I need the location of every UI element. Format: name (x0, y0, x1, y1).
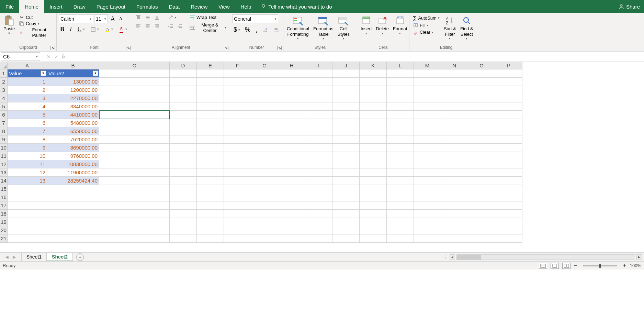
cell-C9[interactable] (99, 135, 170, 144)
cell-L13[interactable] (387, 168, 414, 177)
page-layout-view-button[interactable] (551, 263, 559, 269)
cell-N11[interactable] (441, 152, 468, 160)
cell-B18[interactable] (47, 210, 99, 218)
fx-icon[interactable]: fx (62, 54, 65, 59)
cell-C2[interactable] (99, 78, 170, 86)
column-header-D[interactable]: D (170, 62, 197, 69)
cell-K3[interactable] (360, 86, 387, 94)
hscroll-right-button[interactable]: ► (636, 254, 642, 260)
cell-D5[interactable] (170, 102, 197, 111)
align-left-button[interactable] (134, 23, 143, 30)
row-header-18[interactable]: 18 (0, 210, 8, 218)
cell-L8[interactable] (387, 127, 414, 135)
cell-J18[interactable] (332, 210, 360, 218)
cell-J20[interactable] (332, 226, 360, 234)
formula-input[interactable] (68, 52, 644, 61)
cell-P4[interactable] (495, 94, 522, 102)
cancel-icon[interactable]: ✕ (47, 54, 51, 59)
cell-G2[interactable] (251, 78, 278, 86)
cell-B11[interactable]: 9760000.00 (47, 152, 99, 160)
enter-icon[interactable]: ✓ (54, 54, 58, 59)
cell-D14[interactable] (170, 177, 197, 185)
cell-E12[interactable] (197, 160, 224, 168)
row-header-7[interactable]: 7 (0, 119, 8, 127)
font-color-button[interactable]: A▾ (117, 26, 128, 33)
cell-I16[interactable] (305, 193, 332, 201)
cell-L17[interactable] (387, 201, 414, 210)
cell-G15[interactable] (251, 185, 278, 193)
cell-O11[interactable] (468, 152, 495, 160)
cell-H4[interactable] (278, 94, 305, 102)
cell-F14[interactable] (224, 177, 251, 185)
row-header-10[interactable]: 10 (0, 144, 8, 152)
cell-E18[interactable] (197, 210, 224, 218)
cell-J9[interactable] (332, 135, 360, 144)
cell-H15[interactable] (278, 185, 305, 193)
cell-D19[interactable] (170, 218, 197, 226)
cell-B20[interactable] (47, 226, 99, 234)
format-cells-button[interactable]: Format▾ (392, 14, 408, 36)
cell-L11[interactable] (387, 152, 414, 160)
cell-N4[interactable] (441, 94, 468, 102)
column-header-K[interactable]: K (360, 62, 387, 69)
cell-P16[interactable] (495, 193, 522, 201)
cell-C20[interactable] (99, 226, 170, 234)
cut-button[interactable]: ✂ Cut (18, 14, 54, 21)
cell-H8[interactable] (278, 127, 305, 135)
cell-E6[interactable] (197, 111, 224, 119)
column-header-A[interactable]: A (8, 62, 47, 69)
align-center-button[interactable] (144, 23, 152, 30)
cell-C18[interactable] (99, 210, 170, 218)
cell-F1[interactable] (224, 69, 251, 78)
cell-H1[interactable] (278, 69, 305, 78)
underline-button[interactable]: U▾ (76, 25, 86, 34)
cell-E16[interactable] (197, 193, 224, 201)
cell-I4[interactable] (305, 94, 332, 102)
cell-D18[interactable] (170, 210, 197, 218)
cell-J17[interactable] (332, 201, 360, 210)
cell-D12[interactable] (170, 160, 197, 168)
row-header-2[interactable]: 2 (0, 78, 8, 86)
cell-I9[interactable] (305, 135, 332, 144)
cell-B19[interactable] (47, 218, 99, 226)
cell-L2[interactable] (387, 78, 414, 86)
cell-G8[interactable] (251, 127, 278, 135)
spreadsheet-grid[interactable]: ABCDEFGHIJKLMNOP 12345678910111213141516… (0, 62, 644, 252)
cell-M11[interactable] (414, 152, 441, 160)
cell-A15[interactable] (8, 185, 47, 193)
cell-D1[interactable] (170, 69, 197, 78)
cell-M13[interactable] (414, 168, 441, 177)
cell-G21[interactable] (251, 234, 278, 243)
cell-B9[interactable]: 7620000.00 (47, 135, 99, 144)
cell-E2[interactable] (197, 78, 224, 86)
cell-I11[interactable] (305, 152, 332, 160)
cell-J2[interactable] (332, 78, 360, 86)
cell-P8[interactable] (495, 127, 522, 135)
cell-A6[interactable]: 5 (8, 111, 47, 119)
zoom-value[interactable]: 100% (630, 263, 641, 268)
cell-G19[interactable] (251, 218, 278, 226)
sort-filter-button[interactable]: AZ Sort & Filter▾ (442, 14, 457, 41)
cell-B10[interactable]: 8690000.00 (47, 144, 99, 152)
cell-M12[interactable] (414, 160, 441, 168)
menu-tab-formulas[interactable]: Formulas (131, 0, 163, 13)
cell-P15[interactable] (495, 185, 522, 193)
decrease-indent-button[interactable] (167, 23, 175, 30)
cell-J14[interactable] (332, 177, 360, 185)
share-button[interactable]: Share (616, 0, 643, 13)
cell-N20[interactable] (441, 226, 468, 234)
cell-H14[interactable] (278, 177, 305, 185)
column-header-O[interactable]: O (468, 62, 495, 69)
cell-L10[interactable] (387, 144, 414, 152)
cell-I3[interactable] (305, 86, 332, 94)
row-header-14[interactable]: 14 (0, 177, 8, 185)
cell-K12[interactable] (360, 160, 387, 168)
cell-B1[interactable]: Value2▼ (47, 69, 99, 78)
cell-N15[interactable] (441, 185, 468, 193)
cell-M8[interactable] (414, 127, 441, 135)
alignment-dialog-launcher[interactable]: ⬊ (224, 46, 228, 50)
cell-B8[interactable]: 6550000.00 (47, 127, 99, 135)
cell-O3[interactable] (468, 86, 495, 94)
cell-N1[interactable] (441, 69, 468, 78)
column-header-M[interactable]: M (414, 62, 441, 69)
